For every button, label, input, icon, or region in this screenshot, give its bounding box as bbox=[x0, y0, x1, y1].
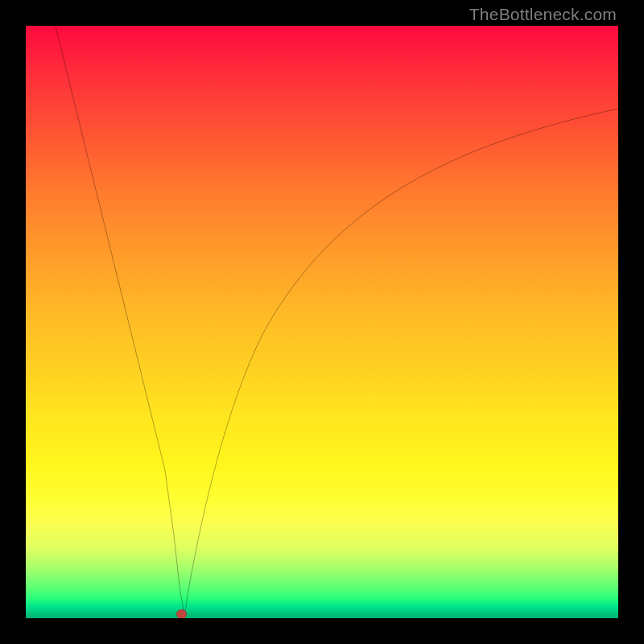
chart-frame: TheBottleneck.com bbox=[0, 0, 644, 644]
plot-area bbox=[26, 26, 618, 618]
attribution-text: TheBottleneck.com bbox=[469, 5, 617, 24]
bottleneck-curve bbox=[56, 26, 618, 616]
optimal-marker bbox=[176, 609, 187, 618]
curve-svg bbox=[26, 26, 618, 618]
